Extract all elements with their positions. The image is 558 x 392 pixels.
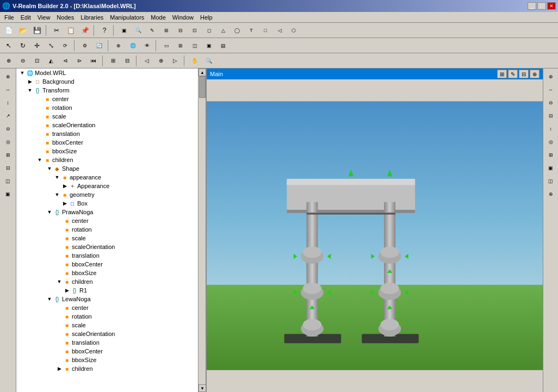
left-btn-8[interactable]: ⊟ [2, 162, 14, 174]
left-btn-2[interactable]: ↔ [2, 84, 14, 96]
tree-node-lewanoga[interactable]: ▼ {} LewaNoga [16, 295, 206, 303]
expand-pn-children[interactable]: ▼ [55, 278, 63, 285]
right-btn-4[interactable]: ⊟ [545, 110, 557, 122]
tree-node-pn-center[interactable]: ■ center [16, 216, 206, 225]
menu-mode[interactable]: Mode [147, 13, 169, 22]
menu-help[interactable]: Help [197, 13, 216, 22]
expand-app-node[interactable]: ▶ [61, 182, 69, 190]
vp-btn-4[interactable]: ⊕ [530, 70, 540, 78]
tb2-view2[interactable]: ⊞ [174, 40, 187, 52]
tree-node-translation[interactable]: ■ translation [16, 129, 206, 138]
minimize-button[interactable]: _ [528, 2, 536, 10]
tb-b3[interactable]: ✎ [146, 24, 159, 36]
tree-node-ln-bboxcenter[interactable]: ■ bboxCenter [16, 347, 206, 356]
tb-help[interactable]: ? [98, 24, 111, 36]
left-btn-10[interactable]: ▣ [2, 188, 14, 200]
expand-ln-children[interactable]: ▶ [55, 365, 63, 372]
left-btn-9[interactable]: ◫ [2, 175, 14, 187]
tb-b11[interactable]: □ [259, 24, 272, 36]
tree-node-background[interactable]: ▶ □ Background [16, 77, 206, 86]
tb3-b2[interactable]: ⊖ [16, 55, 29, 67]
right-btn-10[interactable]: ⊕ [545, 188, 557, 200]
tree-node-ln-bboxsize[interactable]: ■ bboxSize [16, 356, 206, 364]
tb2-tool5[interactable]: ⟳ [59, 40, 72, 52]
tree-node-pn-scale[interactable]: ■ scale [16, 234, 206, 242]
right-btn-1[interactable]: ⊕ [545, 71, 557, 83]
expand-shape[interactable]: ▼ [46, 165, 53, 172]
tb3-b7[interactable]: ⏮ [87, 55, 100, 67]
close-button[interactable]: ✕ [547, 2, 556, 10]
tree-node-pn-children[interactable]: ▼ ■ children [16, 277, 206, 286]
right-btn-8[interactable]: ▣ [545, 162, 557, 174]
vp-btn-3[interactable]: ⊟ [519, 70, 529, 78]
right-btn-5[interactable]: ↕ [545, 123, 557, 135]
tree-node-transform[interactable]: ▼ {} Transform [16, 86, 206, 95]
tb-paste[interactable]: 📌 [78, 24, 91, 36]
tree-node-rotation[interactable]: ■ rotation [16, 103, 206, 112]
menu-window[interactable]: Window [169, 13, 197, 22]
tb3-b4[interactable]: ◭ [45, 55, 58, 67]
tb3-b14[interactable]: 🔍 [202, 55, 215, 67]
tree-node-ln-translation[interactable]: ■ translation [16, 338, 206, 347]
left-btn-4[interactable]: ↗ [2, 110, 14, 122]
tree-scrollbar[interactable]: ▲ ▼ [198, 69, 206, 392]
left-btn-7[interactable]: ⊞ [2, 149, 14, 161]
expand-root[interactable]: ▼ [18, 69, 26, 77]
tree-node-geometry-field[interactable]: ▼ ■ geometry [16, 190, 206, 199]
tb-b13[interactable]: ⬡ [287, 24, 300, 36]
tb-b1[interactable]: ▣ [117, 24, 131, 36]
tree-node-ln-center[interactable]: ■ center [16, 303, 206, 312]
expand-r1[interactable]: ▶ [63, 287, 71, 294]
tree-node-pn-rotation[interactable]: ■ rotation [16, 225, 206, 234]
tb2-rotate[interactable]: ↻ [16, 40, 29, 52]
tb-b4[interactable]: ⊞ [160, 24, 173, 36]
right-btn-7[interactable]: ⊞ [545, 149, 557, 161]
tree-node-shape[interactable]: ▼ ◆ Shape [16, 164, 206, 173]
right-btn-9[interactable]: ◫ [545, 175, 557, 187]
tree-node-children[interactable]: ▼ ■ children [16, 155, 206, 164]
expand-prawanoga[interactable]: ▼ [46, 208, 53, 216]
tree-node-scaleorientation[interactable]: ■ scaleOrientation [16, 121, 206, 129]
expand-box[interactable]: ▶ [61, 200, 69, 207]
tb2-tool7[interactable]: 🔄 [92, 40, 106, 52]
tb2-view5[interactable]: ▤ [216, 40, 230, 52]
title-bar-controls[interactable]: _ □ ✕ [528, 2, 556, 10]
tb3-b3[interactable]: ⊡ [30, 55, 44, 67]
tb3-b9[interactable]: ⊟ [121, 55, 134, 67]
tb2-view4[interactable]: ▣ [202, 40, 215, 52]
tree-node-bboxsize[interactable]: ■ bboxSize [16, 147, 206, 155]
tb2-tool6[interactable]: ⚙ [78, 40, 91, 52]
tb-open[interactable]: 📂 [16, 24, 29, 36]
expand-lewanoga[interactable]: ▼ [46, 295, 53, 303]
tb2-view3[interactable]: ◫ [188, 40, 201, 52]
tb2-nav2[interactable]: 🌐 [126, 40, 139, 52]
menu-view[interactable]: View [34, 13, 54, 22]
tree-node-appearance-node[interactable]: ▶ ✦ Appearance [16, 182, 206, 190]
tb-copy[interactable]: 📋 [64, 24, 77, 36]
menu-libraries[interactable]: Libraries [77, 13, 107, 22]
tb3-b6[interactable]: ⊳ [73, 55, 86, 67]
tree-node-ln-scaleori[interactable]: ■ scaleOrientation [16, 329, 206, 338]
tb-cut[interactable]: ✂ [50, 24, 63, 36]
tree-node-r1[interactable]: ▶ {} R1 [16, 286, 206, 295]
maximize-button[interactable]: □ [537, 2, 546, 10]
vp-btn-2[interactable]: ✎ [508, 70, 518, 78]
viewport-canvas[interactable] [207, 79, 543, 392]
left-btn-1[interactable]: ⊕ [2, 71, 14, 83]
menu-nodes[interactable]: Nodes [53, 13, 77, 22]
tb-b7[interactable]: ◻ [202, 24, 215, 36]
tree-node-scale[interactable]: ■ scale [16, 112, 206, 121]
tree-node-center[interactable]: ■ center [16, 95, 206, 103]
tree-node-pn-translation[interactable]: ■ translation [16, 251, 206, 260]
scroll-down[interactable]: ▼ [199, 384, 206, 392]
tree-node-pn-bboxcenter[interactable]: ■ bboxCenter [16, 260, 206, 269]
tb-save[interactable]: 💾 [30, 24, 44, 36]
tree-node-pn-scaleori[interactable]: ■ scaleOrientation [16, 242, 206, 251]
tb-new[interactable]: 📄 [2, 24, 15, 36]
vp-btn-1[interactable]: ⊞ [497, 70, 507, 78]
tree-node-appearance-field[interactable]: ▼ ■ appearance [16, 173, 206, 182]
tb2-nav3[interactable]: 👁 [140, 40, 153, 52]
tree-node-pn-bboxsize[interactable]: ■ bboxSize [16, 269, 206, 277]
tree-node-root[interactable]: ▼ 🌐 Model.WRL [16, 69, 206, 77]
menu-file[interactable]: File [1, 13, 17, 22]
